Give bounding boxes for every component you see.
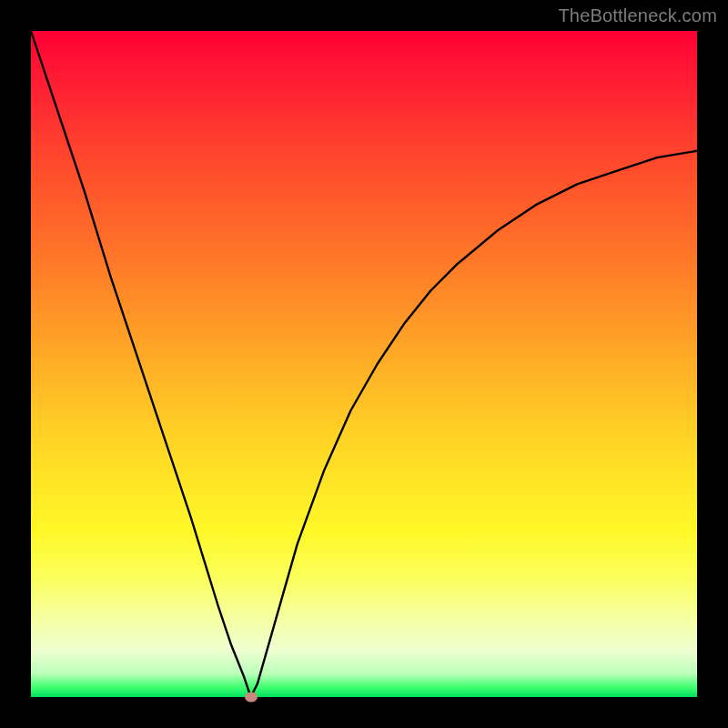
plot-area xyxy=(31,31,697,697)
watermark-text: TheBottleneck.com xyxy=(558,5,717,26)
optimal-point-marker xyxy=(245,693,258,703)
